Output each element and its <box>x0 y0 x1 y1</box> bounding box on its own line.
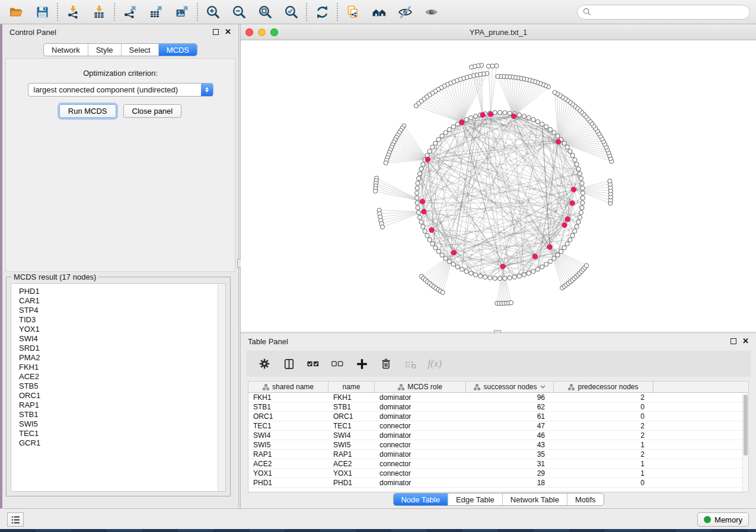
column-header-shared-name[interactable]: shared name <box>248 382 328 392</box>
table-scrollbar-thumb[interactable] <box>744 395 748 456</box>
mcds-result-item[interactable]: STB5 <box>19 382 225 391</box>
mcds-result-item[interactable]: GCR1 <box>19 438 225 448</box>
import-network-icon <box>66 5 80 19</box>
tab-mcds[interactable]: MCDS <box>158 44 197 56</box>
table-row[interactable]: PHD1PHD1dominator180 <box>248 478 748 488</box>
save-session-button[interactable] <box>32 2 52 22</box>
table-tabbar: Node TableEdge TableNetwork TableMotifs <box>393 493 604 506</box>
export-table-button[interactable] <box>146 2 166 22</box>
cell-predecessor-nodes: 1 <box>554 459 653 468</box>
import-table-button[interactable] <box>89 2 109 22</box>
show-all-button[interactable] <box>421 2 441 22</box>
mcds-result-item[interactable]: STP4 <box>19 306 225 315</box>
search-box[interactable] <box>577 5 750 20</box>
cell-successor-nodes: 18 <box>466 478 554 487</box>
mcds-result-item[interactable]: SRD1 <box>19 344 225 353</box>
search-input[interactable] <box>595 8 744 17</box>
run-mcds-button[interactable]: Run MCDS <box>59 104 116 118</box>
column-header-mcds-role[interactable]: MCDS role <box>375 382 466 392</box>
zoom-fit-button[interactable] <box>255 2 275 22</box>
toolbar-group-export <box>120 2 192 22</box>
create-column-button[interactable] <box>354 356 369 371</box>
mcds-result-item[interactable]: STB1 <box>19 410 225 419</box>
zoom-out-button[interactable] <box>229 2 249 22</box>
tab-motifs[interactable]: Motifs <box>567 493 604 505</box>
table-row[interactable]: SWI4SWI4dominator462 <box>248 431 748 440</box>
cell-name: ORC1 <box>328 412 375 421</box>
tab-select[interactable]: Select <box>121 44 158 56</box>
show-column-panel-button[interactable] <box>281 356 296 371</box>
tab-edge-table[interactable]: Edge Table <box>448 493 502 505</box>
network-titlebar[interactable]: YPA_prune.txt_1 <box>241 24 756 40</box>
zoom-selected-button[interactable] <box>281 2 301 22</box>
table-row[interactable]: RAP1RAP1dominator352 <box>248 450 748 459</box>
column-header-successor-nodes[interactable]: successor nodes <box>466 382 554 392</box>
refresh-button[interactable] <box>312 2 332 22</box>
table-row[interactable]: TEC1TEC1connector472 <box>248 421 748 431</box>
tab-network[interactable]: Network <box>44 44 88 56</box>
mcds-result-item[interactable]: CAR1 <box>19 296 225 306</box>
cell-mcds-role: dominator <box>375 393 466 402</box>
deselect-all-rows-button[interactable] <box>330 356 345 371</box>
table-scrollbar[interactable] <box>742 393 748 492</box>
mcds-result-item[interactable]: YOX1 <box>19 325 225 334</box>
close-panel-button[interactable]: ✕ <box>225 29 231 35</box>
table-row[interactable]: ACE2ACE2connector311 <box>248 459 748 469</box>
column-header-predecessor-nodes[interactable]: predecessor nodes <box>554 382 653 392</box>
mcds-result-item[interactable]: ORC1 <box>19 391 225 400</box>
mcds-result-item[interactable]: RAP1 <box>19 400 225 410</box>
table-row[interactable]: SWI5SWI5connector431 <box>248 440 748 450</box>
first-neighbors-button[interactable] <box>369 2 389 22</box>
column-header-name[interactable]: name <box>328 382 375 392</box>
desktop-wallpaper <box>0 529 756 532</box>
float-table-panel-button[interactable] <box>731 338 736 344</box>
criterion-dropdown[interactable]: largest connected component (undirected) <box>28 83 213 97</box>
cell-predecessor-nodes: 0 <box>554 402 653 411</box>
tab-network-table[interactable]: Network Table <box>502 493 567 505</box>
table-panel-title: Table Panel <box>248 337 288 346</box>
toolbar-group-session <box>6 2 52 22</box>
mcds-result-item[interactable]: PHD1 <box>19 287 225 296</box>
network-canvas[interactable] <box>241 40 756 332</box>
table-row[interactable]: ORC1ORC1dominator610 <box>248 412 748 421</box>
cell-mcds-role: dominator <box>375 431 466 440</box>
zoom-in-button[interactable] <box>203 2 223 22</box>
table-row[interactable]: FKH1FKH1dominator962 <box>248 393 748 402</box>
open-session-button[interactable] <box>6 2 26 22</box>
clone-network-button[interactable] <box>343 2 363 22</box>
cell-mcds-role: dominator <box>375 478 466 487</box>
table-toolbar: f(x) <box>246 351 751 377</box>
trash-icon <box>380 358 392 370</box>
mcds-result-item[interactable]: PMA2 <box>19 353 225 363</box>
hide-selected-button[interactable] <box>395 2 415 22</box>
cell-mcds-role: dominator <box>375 402 466 411</box>
table-panel: Table Panel ✕ f(x) shared namenameMCDS r… <box>241 334 756 508</box>
delete-table-icon <box>404 358 417 370</box>
export-image-button[interactable] <box>172 2 192 22</box>
delete-column-button[interactable] <box>378 356 394 371</box>
mcds-result-item[interactable]: ACE2 <box>19 372 225 382</box>
mcds-result-item[interactable]: FKH1 <box>19 363 225 372</box>
memory-button[interactable]: Memory <box>697 512 749 527</box>
mcds-list-scrollbar[interactable] <box>218 284 225 491</box>
network-graph[interactable] <box>241 40 756 332</box>
tab-style[interactable]: Style <box>88 44 121 56</box>
table-row[interactable]: YOX1YOX1connector291 <box>248 469 748 478</box>
table-settings-button[interactable] <box>257 356 272 371</box>
table-row[interactable]: STB1STB1dominator620 <box>248 402 748 412</box>
mcds-result-item[interactable]: SWI4 <box>19 334 225 344</box>
tab-node-table[interactable]: Node Table <box>393 493 448 505</box>
close-panel-button-inner[interactable]: Close panel <box>123 104 182 118</box>
mcds-result-item[interactable]: TEC1 <box>19 429 225 438</box>
mcds-result-item[interactable]: SWI5 <box>19 419 225 429</box>
import-network-button[interactable] <box>63 2 83 22</box>
mcds-result-list[interactable]: PHD1CAR1STP4TID3YOX1SWI4SRD1PMA2FKH1ACE2… <box>11 283 226 492</box>
import-table-icon <box>92 5 106 19</box>
show-task-history-button[interactable] <box>7 512 24 527</box>
export-network-button[interactable] <box>120 2 140 22</box>
float-panel-button[interactable] <box>213 29 219 35</box>
mcds-result-item[interactable]: TID3 <box>19 315 225 325</box>
control-panel: Control Panel ✕ NetworkStyleSelectMCDS O… <box>2 24 238 508</box>
close-table-panel-button[interactable]: ✕ <box>742 338 749 344</box>
select-all-rows-button[interactable] <box>305 356 321 371</box>
